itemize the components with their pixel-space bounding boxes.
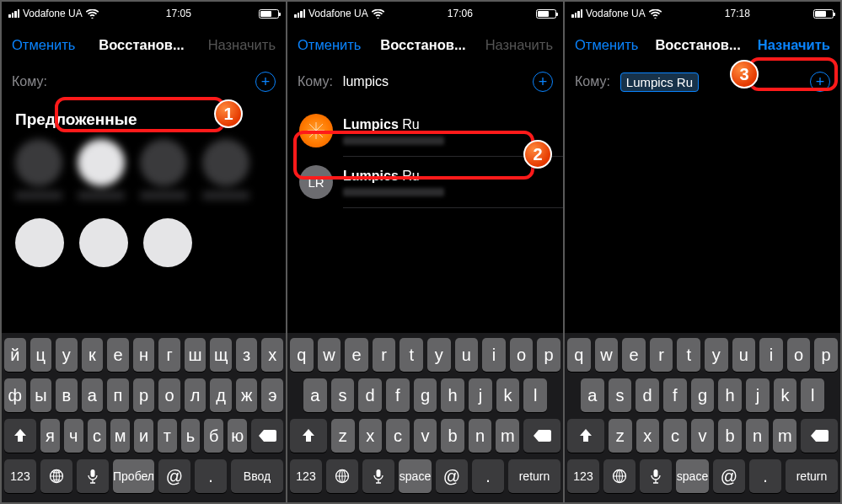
cancel-button[interactable]: Отменить	[298, 37, 361, 53]
key[interactable]: l	[801, 378, 824, 412]
shift-key[interactable]	[290, 419, 327, 453]
key[interactable]: о	[158, 378, 180, 412]
key[interactable]: х	[261, 338, 283, 372]
key[interactable]: l	[523, 378, 547, 412]
key[interactable]: e	[345, 338, 368, 372]
at-key[interactable]: @	[436, 459, 468, 493]
at-key[interactable]: @	[158, 459, 190, 493]
key[interactable]: k	[496, 378, 520, 412]
key[interactable]: v	[414, 419, 437, 453]
key[interactable]: y	[427, 338, 451, 372]
key[interactable]: и	[134, 419, 153, 453]
contact-row[interactable]: LR Lumpics Ru	[287, 157, 563, 207]
key[interactable]: ф	[4, 378, 26, 412]
key[interactable]: x	[359, 419, 383, 453]
key[interactable]: j	[746, 378, 770, 412]
dot-key[interactable]: .	[195, 459, 227, 493]
return-key[interactable]: return	[786, 459, 838, 493]
return-key[interactable]: return	[508, 459, 560, 493]
contact-row[interactable]: Lumpics Ru	[287, 105, 563, 156]
key[interactable]: у	[56, 338, 78, 372]
recipient-chip[interactable]: Lumpics Ru	[620, 72, 699, 92]
to-input[interactable]	[52, 70, 250, 94]
key[interactable]: v	[691, 419, 715, 453]
key[interactable]: q	[290, 338, 314, 372]
key[interactable]: s	[331, 378, 355, 412]
key[interactable]: n	[469, 419, 492, 453]
to-input[interactable]: Lumpics Ru	[615, 70, 805, 94]
key[interactable]: э	[261, 378, 283, 412]
add-contact-button[interactable]: +	[810, 72, 830, 92]
key[interactable]: ю	[228, 419, 247, 453]
key[interactable]: g	[691, 378, 715, 412]
key[interactable]: k	[774, 378, 797, 412]
suggested-item[interactable]	[140, 139, 187, 200]
globe-key[interactable]	[40, 459, 72, 493]
shift-key[interactable]	[4, 419, 36, 453]
cancel-button[interactable]: Отменить	[575, 37, 638, 53]
key[interactable]: u	[732, 338, 756, 372]
key[interactable]: c	[386, 419, 410, 453]
numbers-key[interactable]: 123	[4, 459, 36, 493]
key[interactable]: ш	[185, 338, 206, 372]
space-key[interactable]: Пробел	[113, 459, 154, 493]
key[interactable]: y	[705, 338, 728, 372]
dot-key[interactable]: .	[749, 459, 781, 493]
space-key[interactable]: space	[399, 459, 432, 493]
key[interactable]: ы	[30, 378, 52, 412]
key[interactable]: a	[581, 378, 604, 412]
key[interactable]: r	[373, 338, 396, 372]
key[interactable]: щ	[210, 338, 232, 372]
key[interactable]: u	[455, 338, 479, 372]
assign-button[interactable]: Назначить	[758, 37, 830, 53]
key[interactable]: d	[636, 378, 659, 412]
key[interactable]: f	[663, 378, 687, 412]
return-key[interactable]: Ввод	[231, 459, 283, 493]
key[interactable]: m	[773, 419, 796, 453]
key[interactable]: а	[82, 378, 104, 412]
key[interactable]: ж	[236, 378, 258, 412]
key[interactable]: j	[469, 378, 492, 412]
to-input[interactable]: lumpics	[338, 70, 528, 94]
key[interactable]: x	[636, 419, 660, 453]
key[interactable]: d	[358, 378, 382, 412]
key[interactable]: a	[303, 378, 327, 412]
key[interactable]: й	[4, 338, 26, 372]
shift-key[interactable]	[567, 419, 604, 453]
key[interactable]: b	[441, 419, 464, 453]
suggested-item[interactable]	[202, 139, 249, 200]
suggested-item[interactable]	[78, 139, 125, 200]
add-contact-button[interactable]: +	[255, 72, 276, 92]
key[interactable]: t	[400, 338, 423, 372]
key[interactable]: m	[496, 419, 519, 453]
key[interactable]: с	[88, 419, 107, 453]
suggested-item[interactable]	[79, 218, 128, 267]
key[interactable]: е	[107, 338, 129, 372]
suggested-item[interactable]	[15, 218, 64, 267]
key[interactable]: н	[133, 338, 155, 372]
key[interactable]: z	[331, 419, 355, 453]
key[interactable]: t	[677, 338, 700, 372]
key[interactable]: i	[759, 338, 783, 372]
space-key[interactable]: space	[676, 459, 709, 493]
key[interactable]: h	[441, 378, 464, 412]
backspace-key[interactable]	[801, 419, 838, 453]
mic-key[interactable]	[362, 459, 394, 493]
numbers-key[interactable]: 123	[290, 459, 322, 493]
key[interactable]: r	[650, 338, 673, 372]
key[interactable]: з	[236, 338, 258, 372]
key[interactable]: b	[718, 419, 742, 453]
key[interactable]: i	[482, 338, 506, 372]
key[interactable]: т	[158, 419, 177, 453]
key[interactable]: p	[814, 338, 838, 372]
key[interactable]: w	[595, 338, 619, 372]
key[interactable]: м	[110, 419, 130, 453]
key[interactable]: q	[567, 338, 591, 372]
mic-key[interactable]	[77, 459, 109, 493]
key[interactable]: s	[609, 378, 632, 412]
key[interactable]: g	[414, 378, 437, 412]
key[interactable]: o	[510, 338, 534, 372]
globe-key[interactable]	[603, 459, 636, 493]
key[interactable]: e	[622, 338, 646, 372]
backspace-key[interactable]	[251, 419, 283, 453]
